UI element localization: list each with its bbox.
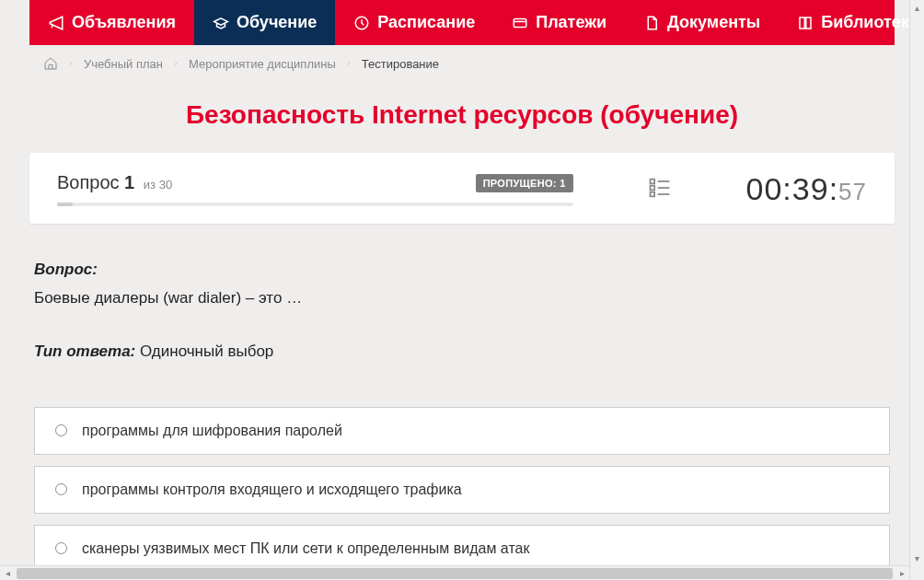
progress-fill xyxy=(57,203,73,206)
horizontal-scrollbar[interactable]: ◂ ▸ xyxy=(0,565,909,580)
option-text: программы контроля входящего и исходящег… xyxy=(82,481,462,498)
timer: 00:39:57 xyxy=(746,171,867,207)
answer-type-value: Одиночный выбор xyxy=(140,342,273,360)
breadcrumb: Учебный план Мероприятие дисциплины Тест… xyxy=(16,45,908,82)
option-text: сканеры уязвимых мест ПК или сети к опре… xyxy=(82,540,529,557)
nav-label: Библиотека xyxy=(821,13,918,32)
card-icon xyxy=(512,15,528,31)
radio-icon xyxy=(55,424,67,436)
timer-seconds: 57 xyxy=(838,178,867,205)
answer-type-label: Тип ответа: xyxy=(34,342,135,360)
graduation-icon xyxy=(213,15,229,31)
breadcrumb-link[interactable]: Мероприятие дисциплины xyxy=(189,57,336,71)
question-text: Боевые диалеры (war dialer) – это … xyxy=(34,286,890,310)
nav-library[interactable]: Библиотека xyxy=(779,0,924,45)
svg-rect-4 xyxy=(650,191,654,196)
clock-icon xyxy=(353,15,370,31)
question-area: Вопрос: Боевые диалеры (war dialer) – эт… xyxy=(29,261,895,573)
nav-label: Объявления xyxy=(72,13,176,32)
answer-type: Тип ответа: Одиночный выбор xyxy=(34,342,890,361)
nav-schedule[interactable]: Расписание xyxy=(335,0,493,45)
question-current-number: 1 xyxy=(124,172,134,192)
scroll-thumb[interactable] xyxy=(17,568,893,579)
breadcrumb-current: Тестирование xyxy=(362,57,439,71)
main-nav: Объявления Обучение Расписание Платежи xyxy=(29,0,895,45)
nav-label: Обучение xyxy=(237,13,317,32)
question-heading-label: Вопрос: xyxy=(34,261,890,279)
vertical-scrollbar[interactable]: ▴ ▾ xyxy=(909,0,924,580)
answer-option[interactable]: программы контроля входящего и исходящег… xyxy=(34,466,890,514)
radio-icon xyxy=(55,542,67,554)
megaphone-icon xyxy=(48,15,64,31)
scroll-right-arrow-icon[interactable]: ▸ xyxy=(895,566,909,581)
question-info-bar: Вопрос 1 из 30 ПРОПУЩЕНО: 1 00 xyxy=(29,153,895,224)
answer-option[interactable]: программы для шифрования паролей xyxy=(34,407,890,455)
home-icon[interactable] xyxy=(43,56,58,71)
chevron-right-icon xyxy=(345,58,352,69)
skipped-badge: ПРОПУЩЕНО: 1 xyxy=(476,174,573,192)
chevron-right-icon xyxy=(67,58,75,69)
chevron-right-icon xyxy=(172,58,179,69)
timer-main: 00:39: xyxy=(746,171,839,206)
nav-announcements[interactable]: Объявления xyxy=(29,0,194,45)
scroll-up-arrow-icon[interactable]: ▴ xyxy=(910,0,925,15)
option-text: программы для шифрования паролей xyxy=(82,423,342,439)
breadcrumb-link[interactable]: Учебный план xyxy=(84,57,163,71)
question-total: из 30 xyxy=(144,178,172,191)
nav-label: Документы xyxy=(667,13,760,32)
question-number: Вопрос 1 из 30 xyxy=(57,172,172,193)
book-icon xyxy=(797,15,814,31)
svg-rect-2 xyxy=(650,179,654,183)
document-icon xyxy=(643,15,660,31)
nav-label: Платежи xyxy=(536,13,606,32)
scroll-left-arrow-icon[interactable]: ◂ xyxy=(0,566,15,581)
radio-icon xyxy=(55,483,67,495)
question-list-icon[interactable] xyxy=(647,175,673,204)
svg-rect-3 xyxy=(650,185,654,190)
nav-payments[interactable]: Платежи xyxy=(493,0,625,45)
svg-rect-1 xyxy=(514,18,526,27)
page-title: Безопасность Internet ресурсов (обучение… xyxy=(16,82,908,153)
nav-label: Расписание xyxy=(377,13,475,32)
nav-documents[interactable]: Документы xyxy=(625,0,779,45)
scroll-down-arrow-icon[interactable]: ▾ xyxy=(910,551,925,565)
nav-learning[interactable]: Обучение xyxy=(194,0,335,45)
options-list: программы для шифрования паролей програм… xyxy=(34,407,890,573)
question-label-word: Вопрос xyxy=(57,172,120,192)
progress-bar xyxy=(57,203,573,206)
